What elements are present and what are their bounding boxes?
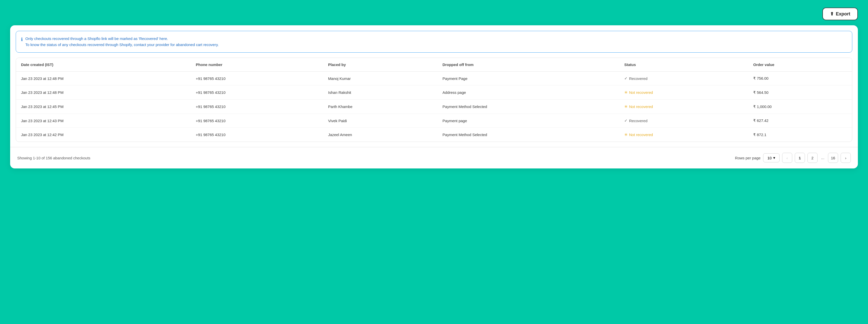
col-dropped-off: Dropped off from — [438, 58, 619, 72]
page-1-button[interactable]: 1 — [795, 153, 805, 163]
cell-dropped-off: Payment Method Selected — [438, 100, 619, 114]
data-table-container: Date created (IST) Phone number Placed b… — [16, 58, 852, 142]
spinner-icon: ✳ — [624, 132, 627, 137]
table-footer: Showing 1-10 of 156 abandoned checkouts … — [10, 147, 858, 169]
cell-placed-by: Ishan Rakshit — [323, 85, 437, 100]
rows-per-page-select[interactable]: 10 ▾ — [763, 153, 780, 163]
pagination-right: Rows per page 10 ▾ ‹ 1 2 ... 16 › — [735, 153, 851, 163]
cell-order-value: ₹ 756.00 — [748, 72, 852, 85]
page-2-button[interactable]: 2 — [807, 153, 817, 163]
info-icon: ℹ — [21, 36, 23, 43]
main-card: ℹ Only checkouts recovered through a Sho… — [10, 25, 858, 169]
col-status: Status — [619, 58, 748, 72]
info-line-2: To know the status of any checkouts reco… — [25, 42, 219, 48]
col-order-value: Order value — [748, 58, 852, 72]
cell-status: ✓ Recovered — [619, 114, 748, 128]
cell-date: Jan 23 2023 at 12:48 PM — [16, 85, 191, 100]
cell-order-value: ₹ 564.50 — [748, 85, 852, 100]
export-label: Export — [836, 11, 850, 17]
col-date: Date created (IST) — [16, 58, 191, 72]
export-button[interactable]: ⬆ Export — [823, 8, 858, 20]
cell-order-value: ₹ 627.42 — [748, 114, 852, 128]
cell-order-value: ₹ 872.1 — [748, 128, 852, 142]
pagination-ellipsis: ... — [820, 155, 826, 160]
page-16-button[interactable]: 16 — [828, 153, 838, 163]
status-not-recovered: ✳ Not recovered — [624, 104, 743, 109]
export-icon: ⬆ — [830, 11, 834, 17]
cell-date: Jan 23 2023 at 12:43 PM — [16, 114, 191, 128]
cell-placed-by: Parth Khambe — [323, 100, 437, 114]
info-line-1: Only checkouts recovered through a Shopf… — [25, 36, 219, 42]
status-recovered: ✓ Recovered — [624, 76, 743, 81]
info-banner: ℹ Only checkouts recovered through a Sho… — [16, 31, 852, 52]
showing-text: Showing 1-10 of 156 abandoned checkouts — [17, 156, 90, 160]
info-text: Only checkouts recovered through a Shopf… — [25, 36, 219, 48]
rows-per-page-container: Rows per page 10 ▾ — [735, 153, 780, 163]
abandoned-checkouts-table: Date created (IST) Phone number Placed b… — [16, 58, 852, 142]
cell-placed-by: Manoj Kumar — [323, 72, 437, 85]
chevron-down-icon: ▾ — [773, 155, 775, 160]
status-not-recovered: ✳ Not recovered — [624, 132, 743, 137]
cell-status: ✓ Recovered — [619, 72, 748, 85]
cell-phone: +91 98765 43210 — [191, 100, 323, 114]
cell-placed-by: Vivek Paidi — [323, 114, 437, 128]
cell-status: ✳ Not recovered — [619, 85, 748, 100]
next-page-button[interactable]: › — [841, 153, 851, 163]
table-row[interactable]: Jan 23 2023 at 12:48 PM +91 98765 43210 … — [16, 85, 852, 100]
cell-date: Jan 23 2023 at 12:48 PM — [16, 72, 191, 85]
spinner-icon: ✳ — [624, 104, 627, 109]
table-row[interactable]: Jan 23 2023 at 12:43 PM +91 98765 43210 … — [16, 114, 852, 128]
check-icon: ✓ — [624, 118, 627, 123]
cell-status: ✳ Not recovered — [619, 100, 748, 114]
rows-per-page-label: Rows per page — [735, 156, 761, 160]
cell-dropped-off: Payment Method Selected — [438, 128, 619, 142]
cell-dropped-off: Address page — [438, 85, 619, 100]
col-phone: Phone number — [191, 58, 323, 72]
cell-status: ✳ Not recovered — [619, 128, 748, 142]
cell-order-value: ₹ 1,000.00 — [748, 100, 852, 114]
cell-phone: +91 98765 43210 — [191, 85, 323, 100]
table-row[interactable]: Jan 23 2023 at 12:45 PM +91 98765 43210 … — [16, 100, 852, 114]
rows-per-page-value: 10 — [767, 156, 772, 160]
col-placed-by: Placed by — [323, 58, 437, 72]
table-row[interactable]: Jan 23 2023 at 12:48 PM +91 98765 43210 … — [16, 72, 852, 85]
cell-phone: +91 98765 43210 — [191, 128, 323, 142]
status-not-recovered: ✳ Not recovered — [624, 90, 743, 95]
cell-phone: +91 98765 43210 — [191, 114, 323, 128]
cell-date: Jan 23 2023 at 12:45 PM — [16, 100, 191, 114]
cell-dropped-off: Payment page — [438, 114, 619, 128]
cell-dropped-off: Payment Page — [438, 72, 619, 85]
cell-placed-by: Jazeel Ameen — [323, 128, 437, 142]
check-icon: ✓ — [624, 76, 627, 81]
table-row[interactable]: Jan 23 2023 at 12:42 PM +91 98765 43210 … — [16, 128, 852, 142]
spinner-icon: ✳ — [624, 90, 627, 95]
prev-page-button[interactable]: ‹ — [782, 153, 792, 163]
cell-date: Jan 23 2023 at 12:42 PM — [16, 128, 191, 142]
status-recovered: ✓ Recovered — [624, 118, 743, 123]
cell-phone: +91 98765 43210 — [191, 72, 323, 85]
